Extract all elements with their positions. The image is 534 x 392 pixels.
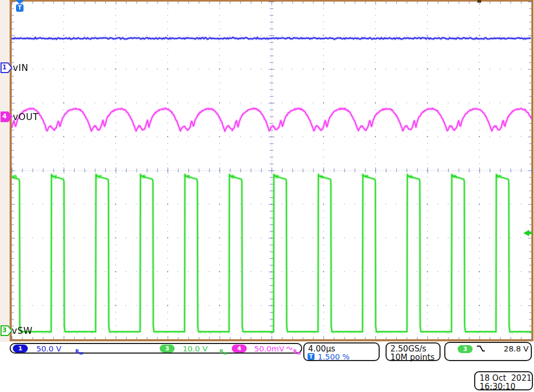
channel-3-reference-marker[interactable]: 3 xyxy=(1,325,12,337)
acquisition-readout[interactable]: 2.50GS/s 10M points xyxy=(386,342,441,361)
channel-1-label: vIN xyxy=(13,62,28,73)
time-text: 16:30:10 xyxy=(480,382,515,391)
channel-3-scale: 10.0 V xyxy=(183,345,208,353)
channel-3-label: vSW xyxy=(12,325,33,336)
channel-4-reference-marker[interactable]: 4 xyxy=(1,111,12,123)
vertical-scale-readout[interactable]: 1 50.0 V BW 3 10.0 V BW 4 50.0mV BW xyxy=(10,343,302,354)
channel-4-scale: 50.0mV xyxy=(254,345,284,353)
channel-3-badge: 3 xyxy=(160,345,175,353)
channel-4-label: vOUT xyxy=(13,111,38,122)
trigger-level-arrow-icon[interactable] xyxy=(523,229,533,237)
trigger-level: 28.8 V xyxy=(498,345,529,353)
waveform-display[interactable] xyxy=(10,0,534,342)
trigger-source-badge: 3 xyxy=(458,345,473,353)
oscilloscope-screen: T 1 vIN 4 vOUT 3 vSW 1 50.0 V BW 3 10.0 … xyxy=(0,0,534,392)
channel-1-badge: 1 xyxy=(13,345,28,353)
horizontal-position: 1.500 % xyxy=(318,353,350,361)
channel-marker-gutter xyxy=(0,0,10,342)
trigger-readout[interactable]: 3 28.8 V xyxy=(444,342,532,361)
ac-coupling-icon xyxy=(286,346,293,351)
bandwidth-limit-icon: BW xyxy=(219,345,227,356)
falling-edge-icon xyxy=(476,345,486,353)
channel-1-scale: 50.0 V xyxy=(36,345,61,353)
trigger-t-icon: T xyxy=(16,4,23,12)
trigger-t-icon: T xyxy=(308,353,315,360)
trigger-position-arrow-icon xyxy=(15,0,24,4)
horizontal-scale-readout[interactable]: 4.00µs T 1.500 % xyxy=(303,342,380,361)
channel-1-reference-marker[interactable]: 1 xyxy=(1,62,12,74)
channel-4-badge: 4 xyxy=(232,345,247,353)
bandwidth-limit-icon: BW xyxy=(75,345,83,356)
record-length: 10M points xyxy=(390,353,435,362)
datetime-readout: 18 Oct 2021 16:30:10 xyxy=(474,371,533,390)
trigger-position-marker[interactable]: T xyxy=(15,0,24,12)
bandwidth-limit-icon: BW xyxy=(293,345,301,356)
